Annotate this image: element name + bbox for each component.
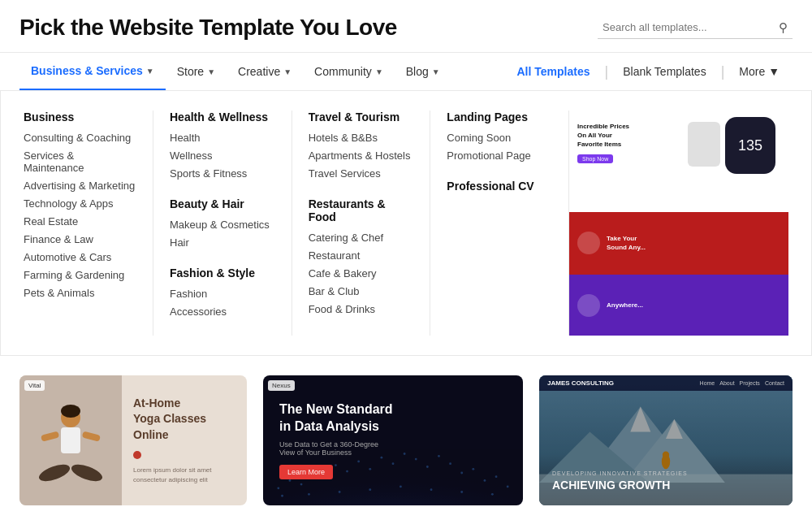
- section-title-restaurants: Restaurants & Food: [309, 197, 414, 223]
- section-title-business: Business: [24, 110, 136, 124]
- svg-point-36: [491, 493, 494, 496]
- yoga-body-text: Lorem ipsum dolor sit ametconsectetur ad…: [133, 466, 235, 485]
- svg-point-15: [357, 460, 360, 462]
- svg-point-10: [300, 483, 303, 486]
- menu-item-farming[interactable]: Farming & Gardening: [24, 269, 136, 281]
- section-title-fashion: Fashion & Style: [170, 266, 275, 280]
- preview-watch: 135: [725, 117, 775, 174]
- menu-item-sports[interactable]: Sports & Fitness: [170, 167, 275, 180]
- header: Pick the Website Template You Love ⚲: [0, 0, 812, 53]
- menu-item-bar[interactable]: Bar & Club: [309, 285, 414, 297]
- svg-point-19: [404, 453, 406, 455]
- nav-item-business[interactable]: Business & Services ▼: [19, 53, 166, 90]
- menu-item-hair[interactable]: Hair: [170, 236, 275, 249]
- watch-time: 135: [738, 137, 762, 154]
- data-title: The New Standardin Data Analysis: [279, 401, 393, 436]
- search-icon: ⚲: [779, 20, 788, 35]
- chevron-down-icon: ▼: [283, 67, 292, 76]
- menu-item-advertising[interactable]: Advertising & Marketing: [24, 180, 136, 192]
- svg-point-8: [277, 487, 279, 489]
- nav-all-templates[interactable]: All Templates: [504, 54, 603, 89]
- svg-rect-2: [61, 427, 80, 453]
- nav-left: Business & Services ▼ Store ▼ Creative ▼…: [19, 53, 504, 90]
- menu-item-makeup[interactable]: Makeup & Cosmetics: [170, 219, 275, 231]
- thumbnail-consulting[interactable]: JAMES CONSULTING Home About Projects Con…: [539, 375, 793, 505]
- preview-content: Incredible PricesOn All YourFavorite Ite…: [569, 110, 788, 336]
- dropdown-col-business: Business Consulting & Coaching Services …: [24, 110, 153, 336]
- menu-item-restaurant[interactable]: Restaurant: [309, 249, 414, 262]
- svg-point-13: [335, 464, 337, 466]
- svg-point-34: [430, 488, 433, 491]
- section-business: Business Consulting & Coaching Services …: [24, 110, 136, 299]
- menu-item-promotional[interactable]: Promotional Page: [447, 150, 552, 162]
- svg-point-35: [460, 491, 463, 493]
- svg-point-9: [289, 479, 292, 482]
- svg-point-33: [400, 486, 402, 488]
- menu-item-travel-services[interactable]: Travel Services: [309, 167, 414, 180]
- preview-panel: Incredible PricesOn All YourFavorite Ite…: [569, 110, 788, 336]
- svg-point-14: [346, 470, 348, 473]
- svg-point-17: [380, 457, 382, 459]
- menu-item-finance[interactable]: Finance & Law: [24, 233, 136, 245]
- thumbnail-data[interactable]: Nexus The New Standardin Da: [263, 375, 523, 505]
- section-cv: Professional CV: [447, 180, 552, 193]
- thumb-yoga-tag: Vital: [24, 380, 45, 391]
- menu-item-technology[interactable]: Technology & Apps: [24, 197, 136, 210]
- menu-item-hotels[interactable]: Hotels & B&Bs: [309, 132, 414, 144]
- thumb-yoga-image: [19, 375, 122, 505]
- yoga-dot-accent: [133, 451, 141, 459]
- menu-item-apartments[interactable]: Apartments & Hostels: [309, 150, 414, 162]
- section-title-beauty: Beauty & Hair: [170, 197, 275, 210]
- svg-point-22: [438, 455, 440, 457]
- section-title-cv: Professional CV: [447, 180, 552, 193]
- consulting-nav-contact: Contact: [765, 380, 784, 386]
- menu-item-coming-soon[interactable]: Coming Soon: [447, 132, 552, 144]
- menu-item-pets[interactable]: Pets & Animals: [24, 287, 136, 299]
- svg-point-28: [507, 486, 509, 488]
- nav-label-creative: Creative: [238, 65, 280, 78]
- nav-item-community[interactable]: Community ▼: [303, 54, 395, 89]
- preview-speaker: [688, 122, 720, 167]
- preview-red-text: Take YourSound Any...: [607, 234, 646, 252]
- menu-item-health[interactable]: Health: [170, 132, 275, 144]
- section-health: Health & Wellness Health Wellness Sports…: [170, 110, 275, 180]
- menu-item-fashion[interactable]: Fashion: [170, 288, 275, 300]
- menu-item-catering[interactable]: Catering & Chef: [309, 232, 414, 244]
- nav-item-blog[interactable]: Blog ▼: [395, 54, 451, 89]
- consulting-bottom-text: DEVELOPING INNOVATIVE STRATEGIES ACHIEVI…: [552, 470, 780, 492]
- chevron-down-icon: ▼: [207, 67, 215, 76]
- menu-item-consulting[interactable]: Consulting & Coaching: [24, 132, 136, 144]
- nav-blank-templates[interactable]: Blank Templates: [610, 54, 719, 89]
- section-travel: Travel & Tourism Hotels & B&Bs Apartment…: [309, 110, 414, 180]
- nav-more[interactable]: More ▼: [726, 54, 793, 89]
- section-title-travel: Travel & Tourism: [309, 110, 414, 124]
- nav-item-creative[interactable]: Creative ▼: [227, 54, 303, 89]
- yoga-figure-svg: [38, 400, 103, 505]
- thumbnail-yoga[interactable]: Vital At-HomeYoga ClassesOnline Lorem: [19, 375, 247, 505]
- svg-rect-6: [82, 431, 101, 441]
- svg-point-27: [495, 475, 498, 478]
- menu-item-accessories[interactable]: Accessories: [170, 306, 275, 318]
- preview-red-circle: [577, 232, 600, 254]
- chevron-down-icon: ▼: [432, 67, 440, 76]
- chevron-down-icon: ▼: [768, 65, 780, 78]
- consulting-nav-home: Home: [700, 380, 715, 386]
- preview-top-text: Incredible PricesOn All YourFavorite Ite…: [577, 122, 629, 150]
- menu-item-food[interactable]: Food & Drinks: [309, 303, 414, 315]
- thumb-data-tag: Nexus: [268, 380, 295, 391]
- menu-item-automotive[interactable]: Automotive & Cars: [24, 251, 136, 263]
- menu-item-realestate[interactable]: Real Estate: [24, 215, 136, 228]
- svg-point-24: [460, 472, 463, 474]
- section-title-health: Health & Wellness: [170, 110, 275, 124]
- preview-purple-button: Shop Now: [577, 154, 613, 163]
- nav-label-store: Store: [177, 65, 204, 78]
- menu-item-cafe[interactable]: Cafe & Bakery: [309, 267, 414, 280]
- data-cta-button[interactable]: Learn More: [279, 465, 333, 479]
- consulting-nav-links: Home About Projects Contact: [700, 380, 784, 386]
- svg-point-30: [308, 493, 310, 496]
- search-bar[interactable]: ⚲: [598, 17, 793, 39]
- nav-item-store[interactable]: Store ▼: [166, 54, 227, 89]
- search-input[interactable]: [603, 21, 774, 33]
- menu-item-wellness[interactable]: Wellness: [170, 150, 275, 162]
- menu-item-services[interactable]: Services & Maintenance: [24, 150, 136, 174]
